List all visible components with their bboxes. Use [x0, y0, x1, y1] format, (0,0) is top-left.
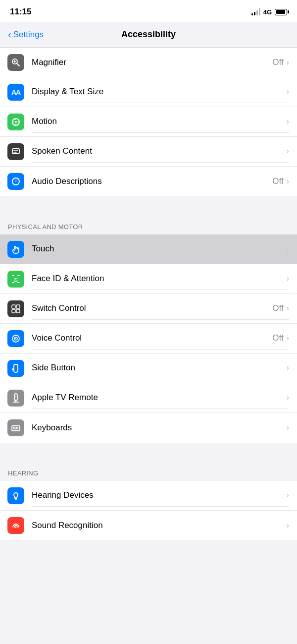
touch-icon-wrap — [0, 241, 32, 258]
hearing-section-divider — [0, 443, 297, 461]
sound-recognition-icon-wrap — [0, 517, 32, 534]
list-item[interactable]: Magnifier Off › — [0, 48, 297, 77]
svg-rect-30 — [14, 394, 17, 401]
list-item[interactable]: Motion › — [0, 107, 297, 137]
svg-point-44 — [16, 427, 17, 428]
keyboards-icon-wrap — [0, 419, 32, 436]
physical-motor-group: Touch › Face ID & Atten — [0, 234, 297, 443]
voice-control-icon — [7, 330, 24, 347]
keyboards-chevron-icon: › — [287, 423, 289, 432]
touch-chevron-icon: › — [287, 244, 289, 253]
touch-icon — [7, 241, 24, 258]
motion-chevron-icon: › — [287, 117, 289, 126]
magnifier-label: Magnifier — [32, 58, 66, 67]
network-type: 4G — [263, 8, 272, 16]
switch-control-icon — [7, 300, 24, 317]
battery-icon — [275, 9, 287, 15]
audio-desc-right: Off › — [272, 176, 289, 186]
magnifier-right: Off › — [272, 58, 289, 67]
apple-tv-label: Apple TV Remote — [32, 393, 98, 403]
list-item[interactable]: Keyboards › — [0, 413, 297, 443]
sound-recognition-row-content: Sound Recognition › — [32, 515, 289, 536]
list-item[interactable]: Side Button › — [0, 353, 297, 383]
svg-point-48 — [17, 428, 18, 429]
back-chevron-icon: ‹ — [8, 29, 11, 39]
display-text-icon-wrap: AA — [0, 84, 32, 101]
spoken-content-icon — [7, 143, 24, 160]
motion-right: › — [287, 117, 289, 126]
audio-desc-icon: " — [7, 173, 24, 190]
hearing-group: Hearing Devices › Sound Recognition › — [0, 481, 297, 540]
spoken-content-label: Spoken Content — [32, 146, 92, 156]
svg-rect-17 — [12, 282, 14, 283]
motion-icon — [7, 114, 24, 130]
list-item[interactable]: AA Display & Text Size › — [0, 77, 297, 107]
hearing-devices-chevron-icon: › — [287, 491, 289, 500]
sound-recognition-right: › — [287, 521, 289, 530]
sound-recognition-label: Sound Recognition — [32, 521, 103, 530]
magnifier-row-content: Magnifier Off › — [32, 52, 289, 73]
svg-point-46 — [13, 428, 14, 429]
spoken-content-chevron-icon: › — [287, 147, 289, 156]
svg-point-5 — [15, 121, 17, 123]
voice-control-icon-wrap — [0, 330, 32, 347]
svg-point-51 — [15, 527, 16, 527]
back-label: Settings — [13, 30, 44, 40]
physical-motor-header: PHYSICAL AND MOTOR — [0, 214, 297, 234]
svg-rect-34 — [12, 426, 20, 431]
audio-desc-value: Off — [272, 176, 283, 186]
side-button-right: › — [287, 363, 289, 372]
face-id-row-content: Face ID & Attention › — [32, 268, 289, 290]
touch-row-content: Touch › — [32, 238, 289, 260]
side-button-icon — [7, 360, 24, 377]
svg-rect-23 — [16, 305, 20, 308]
apple-tv-icon — [7, 390, 24, 407]
audio-desc-icon-wrap: " — [0, 173, 32, 190]
back-button[interactable]: ‹ Settings — [8, 30, 44, 40]
keyboards-right: › — [287, 423, 289, 432]
switch-control-value: Off — [272, 303, 283, 313]
svg-rect-22 — [12, 305, 15, 308]
list-item[interactable]: Voice Control Off › — [0, 324, 297, 353]
svg-point-42 — [13, 427, 14, 428]
voice-control-right: Off › — [272, 333, 289, 343]
side-button-icon-wrap — [0, 360, 32, 377]
apple-tv-icon-wrap — [0, 390, 32, 407]
svg-rect-15 — [12, 275, 14, 276]
list-item[interactable]: Touch › — [0, 234, 297, 264]
magnifier-chevron-icon: › — [287, 58, 289, 67]
status-time: 11:15 — [10, 7, 31, 17]
face-id-label: Face ID & Attention — [32, 274, 104, 284]
motion-label: Motion — [32, 117, 57, 126]
magnifier-value: Off — [272, 58, 283, 67]
list-item[interactable]: " Audio Descriptions Off › — [0, 167, 297, 196]
apple-tv-right: › — [287, 393, 289, 402]
display-text-row-content: Display & Text Size › — [32, 81, 289, 103]
list-item[interactable]: Apple TV Remote › — [0, 383, 297, 413]
svg-rect-25 — [16, 309, 20, 313]
top-partial-group: Magnifier Off › — [0, 48, 297, 77]
svg-rect-18 — [17, 282, 20, 283]
list-item[interactable]: Sound Recognition › — [0, 511, 297, 540]
touch-right: › — [287, 244, 289, 253]
list-item[interactable]: Switch Control Off › — [0, 294, 297, 324]
page-title: Accessibility — [121, 29, 176, 40]
hearing-devices-right: › — [287, 491, 289, 500]
list-item[interactable]: Spoken Content › — [0, 137, 297, 167]
spoken-content-right: › — [287, 147, 289, 156]
list-item[interactable]: Hearing Devices › — [0, 481, 297, 511]
side-button-row-content: Side Button › — [32, 357, 289, 379]
apple-tv-chevron-icon: › — [287, 393, 289, 402]
section-divider — [0, 196, 297, 214]
switch-control-right: Off › — [272, 303, 289, 313]
voice-control-row-content: Voice Control Off › — [32, 327, 289, 350]
audio-desc-row-content: Audio Descriptions Off › — [32, 171, 289, 192]
signal-bars-icon — [251, 8, 260, 15]
svg-point-28 — [15, 338, 16, 339]
side-button-label: Side Button — [32, 363, 75, 373]
voice-control-label: Voice Control — [32, 333, 82, 343]
audio-desc-chevron-icon: › — [287, 177, 289, 186]
svg-line-1 — [17, 63, 19, 66]
svg-rect-29 — [14, 364, 18, 372]
list-item[interactable]: Face ID & Attention › — [0, 264, 297, 294]
